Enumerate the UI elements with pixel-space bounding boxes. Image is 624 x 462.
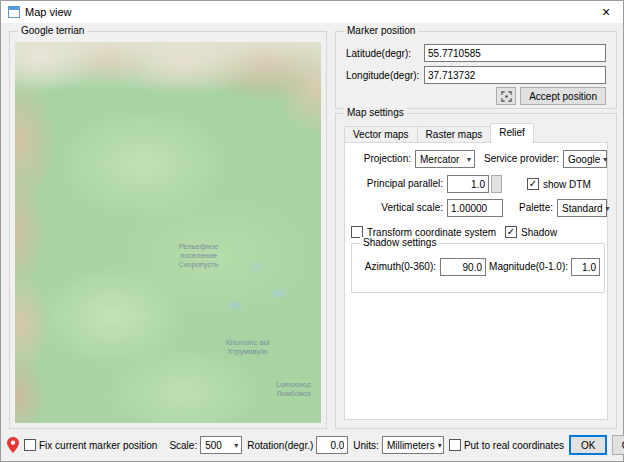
- vertical-scale-input[interactable]: [447, 199, 503, 217]
- marker-pin-icon: [7, 437, 19, 453]
- units-select[interactable]: Millimeters ▾: [382, 436, 444, 454]
- magnitude-input[interactable]: [571, 258, 600, 276]
- fix-marker-row[interactable]: Fix current marker position: [24, 439, 157, 451]
- title-bar[interactable]: Map view ×: [1, 1, 623, 23]
- principal-parallel-input[interactable]: [447, 175, 489, 193]
- rotation-input[interactable]: [316, 436, 348, 454]
- rotation-label: Rotation(degr.): [247, 440, 313, 451]
- shadow-row[interactable]: ✓ Shadow: [505, 223, 557, 241]
- service-provider-select[interactable]: Google ▾: [563, 150, 607, 168]
- azimuth-label: Azimuth(0-360):: [354, 258, 436, 276]
- service-provider-label: Service provider:: [477, 150, 559, 168]
- chevron-down-icon: ▾: [467, 155, 471, 164]
- palette-label: Palette:: [509, 199, 553, 217]
- shadow-settings-group: Shadow settings Azimuth(0-360): Magnitud…: [351, 243, 605, 293]
- close-icon[interactable]: ×: [589, 1, 623, 23]
- principal-parallel-picker-button[interactable]: [491, 175, 502, 193]
- projection-select[interactable]: Mercator ▾: [415, 150, 475, 168]
- longitude-label: Longitude(degr):: [346, 70, 424, 81]
- chevron-down-icon: ▾: [603, 155, 607, 164]
- terrain-map[interactable]: Рельефное поселение Скоропусть Khunumc a…: [15, 42, 321, 423]
- units-label: Units:: [353, 440, 379, 451]
- google-terrain-group-label: Google terrian: [18, 25, 87, 37]
- palette-select[interactable]: Standard ▾: [557, 199, 607, 217]
- bottom-bar: Fix current marker position Scale: 500 ▾…: [7, 434, 617, 456]
- real-coordinates-row[interactable]: Put to real coordinates: [449, 439, 564, 451]
- map-settings-tabs: Vector maps Raster maps Relief: [344, 123, 533, 143]
- window-title: Map view: [25, 6, 71, 18]
- check-icon: ✓: [529, 179, 537, 189]
- tab-vector-maps[interactable]: Vector maps: [344, 126, 418, 143]
- map-place-label: Lomoovoz Ломбовоз: [276, 380, 311, 398]
- map-settings-group: Map settings Vector maps Raster maps Rel…: [335, 113, 617, 429]
- real-coordinates-checkbox[interactable]: [449, 439, 461, 451]
- chevron-down-icon: ▾: [438, 441, 442, 450]
- marker-position-group: Marker position Latitude(degr): Longitud…: [335, 31, 617, 109]
- map-view-dialog: Map view × Google terrian Рельефное посе…: [0, 0, 624, 462]
- map-place-label: Рельефное поселение Скоропусть: [179, 242, 219, 269]
- map-place-label: Khunumc aul Хтрумпву/ю: [226, 338, 270, 356]
- tab-relief[interactable]: Relief: [490, 123, 534, 143]
- latitude-input[interactable]: [424, 44, 606, 62]
- fix-marker-checkbox[interactable]: [24, 439, 36, 451]
- map-settings-group-label: Map settings: [344, 107, 407, 119]
- fix-marker-label: Fix current marker position: [39, 440, 157, 451]
- longitude-input[interactable]: [424, 66, 606, 84]
- show-dtm-label: show DTM: [543, 179, 591, 190]
- chevron-down-icon: ▾: [606, 204, 610, 213]
- cancel-button[interactable]: Cancel: [612, 435, 624, 455]
- scale-select[interactable]: 500 ▾: [200, 436, 242, 454]
- projection-label: Projection:: [347, 150, 411, 168]
- app-icon: [8, 6, 20, 18]
- marker-position-group-label: Marker position: [344, 25, 418, 37]
- latitude-label: Latitude(degr):: [346, 48, 424, 59]
- shadow-label: Shadow: [521, 227, 557, 238]
- accept-position-button[interactable]: Accept position: [520, 87, 606, 105]
- shadow-checkbox[interactable]: ✓: [505, 226, 517, 238]
- show-dtm-checkbox-row[interactable]: ✓ show DTM: [527, 175, 591, 193]
- azimuth-input[interactable]: [440, 258, 486, 276]
- check-icon: ✓: [507, 227, 515, 237]
- real-coordinates-label: Put to real coordinates: [464, 440, 564, 451]
- locate-position-button[interactable]: [496, 87, 516, 105]
- tab-raster-maps[interactable]: Raster maps: [417, 126, 492, 143]
- show-dtm-checkbox[interactable]: ✓: [527, 178, 539, 190]
- ok-button[interactable]: OK: [569, 435, 607, 455]
- scale-label: Scale:: [169, 440, 197, 451]
- position-crosshair-icon: [501, 91, 512, 102]
- transform-coordinate-system-label: Transform coordinate system: [367, 227, 496, 238]
- vertical-scale-label: Vertical scale:: [347, 199, 443, 217]
- relief-tab-panel: Projection: Mercator ▾ Service provider:…: [344, 142, 608, 420]
- shadow-settings-group-label: Shadow settings: [360, 237, 439, 249]
- principal-parallel-label: Principal parallel:: [347, 175, 443, 193]
- magnitude-label: Magnitude(0-1.0):: [484, 258, 568, 276]
- chevron-down-icon: ▾: [234, 441, 238, 450]
- google-terrain-group: Google terrian Рельефное поселение Скоро…: [9, 31, 327, 429]
